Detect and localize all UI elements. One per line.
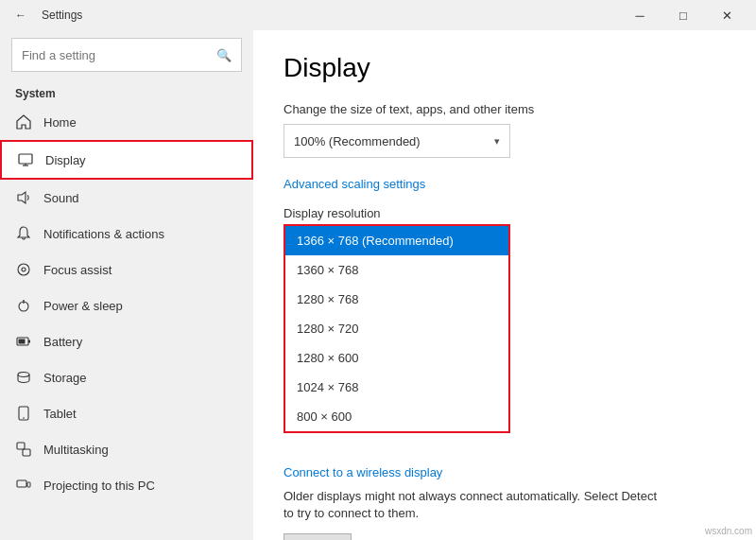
sidebar-label-display: Display [45, 153, 86, 167]
svg-rect-15 [23, 449, 30, 456]
sidebar-item-battery[interactable]: Battery [0, 323, 253, 359]
resolution-option-4[interactable]: 1280 × 600 [285, 343, 508, 373]
sidebar-label-battery: Battery [43, 335, 82, 349]
sidebar-item-focus[interactable]: Focus assist [0, 252, 253, 287]
resolution-label: Display resolution [284, 206, 726, 220]
resolution-option-3[interactable]: 1280 × 720 [285, 314, 508, 343]
home-icon [15, 113, 32, 131]
power-icon [15, 297, 32, 314]
svg-point-11 [18, 373, 29, 377]
sidebar-item-sound[interactable]: Sound [0, 180, 253, 216]
search-box[interactable]: 🔍 [11, 38, 242, 72]
sidebar-item-display[interactable]: Display [0, 140, 253, 180]
resolution-option-2[interactable]: 1280 × 768 [285, 285, 508, 314]
detect-button[interactable]: Detect [284, 533, 352, 540]
title-bar: ← Settings ─ □ ✕ [0, 0, 756, 30]
sidebar-label-multitasking: Multitasking [43, 443, 109, 457]
scale-value: 100% (Recommended) [294, 134, 421, 148]
title-bar-left: ← Settings [8, 2, 82, 28]
sidebar-label-power: Power & sleep [43, 299, 123, 313]
window-controls: ─ □ ✕ [618, 0, 748, 30]
sidebar-item-multitasking[interactable]: Multitasking [0, 431, 253, 467]
sidebar-label-home: Home [43, 115, 77, 130]
projecting-icon [15, 477, 32, 494]
sound-icon [15, 189, 32, 206]
search-input[interactable] [22, 48, 216, 62]
app-title: Settings [42, 9, 82, 22]
watermark: wsxdn.com [705, 526, 752, 536]
advanced-scaling-link[interactable]: Advanced scaling settings [284, 177, 425, 191]
sidebar-label-storage: Storage [43, 371, 87, 385]
back-button[interactable]: ← [8, 2, 34, 28]
app-body: 🔍 System Home Display [0, 30, 756, 540]
detect-description: Older displays might not always connect … [284, 488, 662, 522]
resolution-dropdown[interactable]: 1366 × 768 (Recommended)1360 × 7681280 ×… [284, 224, 510, 433]
sidebar-label-sound: Sound [43, 191, 79, 205]
sidebar-item-tablet[interactable]: Tablet [0, 395, 253, 431]
main-content: Display Change the size of text, apps, a… [253, 30, 756, 540]
sidebar-item-storage[interactable]: Storage [0, 359, 253, 395]
notifications-icon [15, 225, 32, 242]
svg-marker-3 [18, 192, 26, 203]
connect-wireless-link[interactable]: Connect to a wireless display [284, 465, 442, 479]
svg-rect-10 [19, 340, 26, 344]
close-button[interactable]: ✕ [705, 0, 748, 30]
svg-point-4 [18, 264, 29, 275]
resolution-option-1[interactable]: 1360 × 768 [285, 255, 508, 285]
minimize-button[interactable]: ─ [618, 0, 662, 30]
maximize-button[interactable]: □ [662, 0, 705, 30]
sidebar-label-notifications: Notifications & actions [43, 227, 164, 241]
resolution-option-0[interactable]: 1366 × 768 (Recommended) [285, 226, 508, 255]
storage-icon [15, 369, 32, 386]
chevron-down-icon: ▾ [494, 135, 500, 148]
display-icon [17, 151, 34, 168]
sidebar-label-focus: Focus assist [43, 263, 112, 277]
focus-icon [15, 261, 32, 278]
system-section-label: System [0, 79, 253, 104]
sidebar-item-notifications[interactable]: Notifications & actions [0, 216, 253, 252]
svg-point-13 [23, 417, 25, 419]
sidebar: 🔍 System Home Display [0, 30, 253, 540]
svg-rect-14 [17, 443, 25, 449]
page-title: Display [284, 53, 726, 83]
resolution-option-5[interactable]: 1024 × 768 [285, 373, 508, 402]
sidebar-label-projecting: Projecting to this PC [43, 479, 155, 493]
svg-rect-0 [19, 154, 32, 164]
sidebar-item-power[interactable]: Power & sleep [0, 287, 253, 323]
tablet-icon [15, 405, 32, 422]
svg-rect-9 [28, 340, 30, 343]
resolution-option-6[interactable]: 800 × 600 [285, 402, 508, 431]
battery-icon [15, 333, 32, 350]
svg-point-5 [22, 268, 26, 271]
svg-rect-16 [17, 480, 26, 487]
multitasking-icon [15, 441, 32, 458]
scale-dropdown[interactable]: 100% (Recommended) ▾ [284, 124, 510, 158]
sidebar-item-home[interactable]: Home [0, 104, 253, 140]
scale-label: Change the size of text, apps, and other… [284, 102, 726, 116]
sidebar-label-tablet: Tablet [43, 407, 77, 421]
svg-rect-17 [27, 482, 30, 487]
sidebar-item-projecting[interactable]: Projecting to this PC [0, 467, 253, 503]
search-icon: 🔍 [216, 48, 232, 62]
